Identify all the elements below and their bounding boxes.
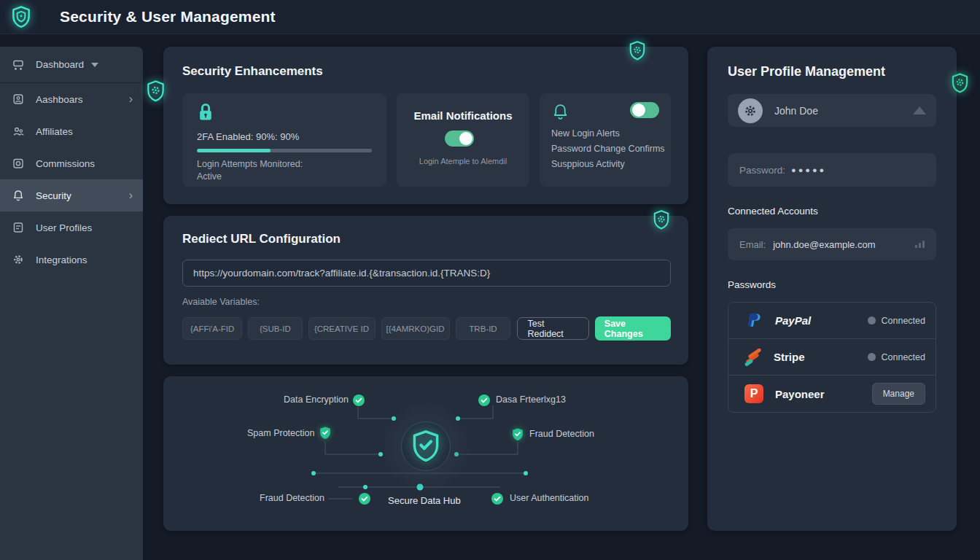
security-diagram-panel: Data Encryption Dasa Frteerlxg13 Spam Pr…: [163, 376, 688, 531]
stripe-icon: [744, 349, 762, 366]
passwords-heading: Passwords: [728, 279, 936, 290]
sidebar-item-affiliates[interactable]: Affiliates: [0, 115, 143, 147]
user-badge-icon: [12, 93, 25, 106]
check-circle-icon: [491, 493, 503, 505]
app-header: Security & User Management: [0, 0, 980, 34]
sidebar-item-label: Integrations: [36, 254, 88, 265]
account-status: Connected: [882, 352, 925, 362]
test-redirect-button[interactable]: Test Redidect: [517, 317, 589, 340]
check-circle-icon: [359, 493, 370, 505]
password-label: Password:: [739, 165, 785, 176]
security-enhancements-panel: Security Enhancements 2FA Enabled: 90%: …: [163, 47, 688, 204]
shield-check-icon: [319, 426, 332, 440]
profile-name-row[interactable]: John Doe: [728, 94, 936, 127]
commissions-icon: [12, 157, 25, 170]
password-dots: ●●●●●: [791, 166, 826, 174]
email-field[interactable]: Email: john.doe@example.com: [728, 228, 936, 260]
sidebar-item-label: Aashboars: [36, 94, 83, 105]
login-attempts-value: Active: [197, 171, 372, 182]
app-logo-shield-icon: [9, 4, 34, 29]
diagram-node-label: Dasa Frteerlxg13: [496, 394, 566, 405]
variable-chip[interactable]: {CREATIVE ID: [308, 317, 376, 340]
email-label: Email:: [739, 239, 766, 250]
status-dot: [868, 316, 876, 324]
deco-shield-gear-icon: [949, 72, 971, 95]
secure-data-hub-label: Secure Data Hub: [388, 495, 461, 506]
connected-accounts-heading: Connected Accounts: [728, 206, 936, 217]
email-notifications-card: Email Notifications Login Atemple to Ale…: [397, 93, 529, 187]
dashboard-icon: [12, 58, 25, 71]
sidebar-item-label: User Profiles: [36, 222, 92, 233]
diagram-node-label: Spam Protection: [247, 428, 314, 438]
diagram-node-label: Fraud Detection: [529, 429, 594, 439]
redirect-url-input[interactable]: https://yourdomain.com/track?affiliate.i…: [182, 260, 671, 287]
deco-shield-gear-icon: [627, 40, 648, 62]
email-notifications-caption: Login Atemple to Alemdil: [407, 157, 519, 166]
panel-title: Security Enhancements: [182, 64, 671, 79]
alerts-card: New Login Alerts Password Change Confirm…: [540, 93, 671, 187]
chevron-right-icon: ›: [129, 93, 133, 105]
alert-line: New Login Alerts: [551, 128, 659, 139]
email-notifications-toggle[interactable]: [445, 131, 474, 147]
user-profile-panel: User Profile Management John Doe Passwor…: [707, 47, 957, 531]
sidebar-item-label: Commissions: [36, 158, 95, 169]
account-row-payoneer[interactable]: P Payoneer Manage: [728, 376, 936, 412]
twofa-progress-fill: [197, 149, 271, 152]
panel-title: User Profile Management: [728, 64, 936, 79]
deco-shield-gear-icon: [651, 209, 672, 231]
login-attempts-label: Login Attempts Monitored:: [197, 159, 372, 169]
account-status: Connected: [882, 316, 925, 326]
save-changes-button[interactable]: Save Changes: [595, 316, 671, 341]
alerts-toggle[interactable]: [630, 102, 659, 118]
sidebar-item-security[interactable]: Security ›: [0, 179, 143, 211]
chevron-down-icon: [91, 63, 98, 67]
manage-button[interactable]: Manage: [872, 383, 925, 405]
diagram-node-label: User Authentication: [510, 493, 588, 503]
sidebar-item-label: Affiliates: [36, 126, 73, 137]
email-value: john.doe@example.com: [773, 239, 875, 250]
sidebar-item-label: Dashboard: [36, 59, 84, 70]
sidebar-item-integrations[interactable]: Integrations: [0, 244, 143, 276]
variable-chip[interactable]: {AFFi'A-FID: [182, 317, 242, 340]
alert-line: Password Change Confirms: [551, 144, 659, 154]
sidebar: Dashboard Aashboars › Affiliates Commiss…: [0, 47, 143, 560]
bell-icon: [551, 102, 569, 121]
account-name: Stripe: [774, 351, 805, 363]
account-name: PayPal: [775, 314, 811, 327]
variable-chip[interactable]: {SUB-ID: [248, 317, 302, 340]
sidebar-item-label: Security: [36, 190, 71, 201]
deco-shield-gear-icon: [144, 79, 167, 104]
alert-line: Susppious Activity: [551, 159, 659, 169]
twofa-status-text: 2FA Enabled: 90%: 90%: [197, 131, 372, 142]
password-field[interactable]: Password: ●●●●●: [728, 153, 936, 187]
affiliates-icon: [12, 125, 25, 138]
payoneer-icon: P: [744, 384, 763, 403]
signal-bars-icon: [915, 241, 925, 248]
variable-chip[interactable]: [{4AMRKO)GID: [381, 317, 450, 340]
redirect-url-panel: Rediect URL Configuration https://yourdo…: [163, 216, 688, 365]
upload-icon[interactable]: [913, 106, 926, 114]
document-icon: [12, 221, 25, 234]
sidebar-item-aashboars[interactable]: Aashboars ›: [0, 83, 143, 115]
diagram-node-label: Fraud Detection: [260, 493, 324, 503]
lock-icon: [197, 102, 214, 122]
twofa-card: 2FA Enabled: 90%: 90% Login Attempts Mon…: [182, 93, 386, 187]
diagram-node-label: Data Encryption: [284, 394, 349, 405]
check-circle-icon: [478, 394, 490, 406]
sidebar-item-commissions[interactable]: Commissions: [0, 147, 143, 179]
profile-name: John Doe: [774, 105, 818, 117]
status-dot: [868, 353, 876, 361]
account-row-paypal[interactable]: PayPal Connected: [728, 303, 936, 339]
panel-title: Rediect URL Configuration: [182, 232, 671, 246]
account-row-stripe[interactable]: Stripe Connected: [728, 339, 936, 376]
shield-check-icon: [511, 427, 524, 442]
avatar: [738, 98, 763, 123]
secure-hub-shield-icon: [410, 429, 442, 464]
page-title: Security & User Management: [60, 8, 276, 26]
variable-chip[interactable]: TRB-ID: [456, 317, 511, 340]
twofa-progress-bar: [197, 149, 372, 152]
gear-avatar-icon: [743, 104, 758, 118]
sidebar-item-user-profiles[interactable]: User Profiles: [0, 211, 143, 244]
sidebar-item-dashboard[interactable]: Dashboard: [0, 47, 143, 83]
gear-icon: [12, 253, 25, 266]
